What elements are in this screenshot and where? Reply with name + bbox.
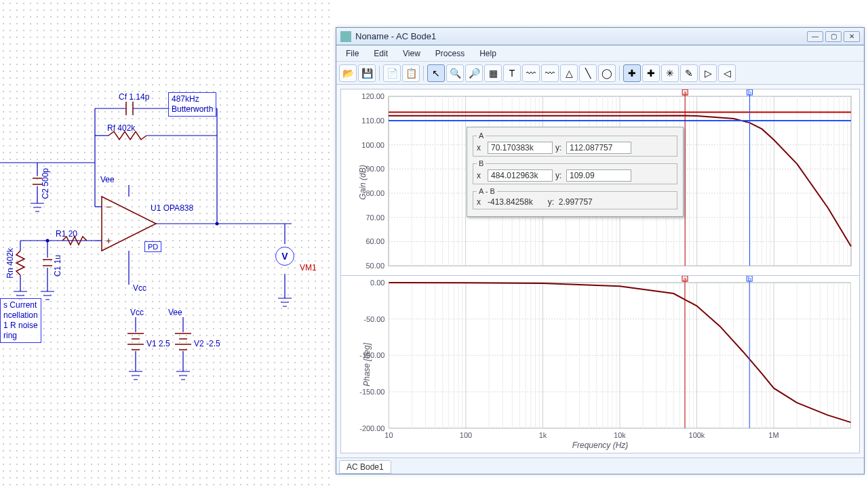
cursor-diff-y-label: y:	[548, 197, 556, 207]
line-icon[interactable]: ╲	[579, 64, 597, 82]
cursor-a-group: A x 70.170383k y: 112.087757	[473, 131, 677, 157]
open-icon[interactable]: 📂	[339, 64, 357, 82]
voltmeter-label: VM1	[300, 263, 317, 272]
svg-text:−: −	[106, 201, 111, 212]
cursor-b-group: B x 484.012963k y: 109.09	[473, 159, 677, 184]
cursor-b-x-value[interactable]: 484.012963k	[488, 169, 553, 182]
label-vee: Vee	[100, 175, 115, 184]
circle-icon[interactable]: ◯	[598, 64, 616, 82]
cursor-a-x-value[interactable]: 70.170383k	[488, 142, 553, 154]
titlebar[interactable]: Noname - AC Bode1 — ▢ ✕	[336, 28, 864, 45]
label-r1: R1 20	[56, 229, 77, 239]
svg-text:+: +	[106, 235, 111, 246]
cursor-a-x-label: x	[477, 143, 485, 152]
statusbar: AC Bode1	[336, 458, 864, 474]
cursor-b-y-label: y:	[555, 171, 564, 180]
curve1-icon[interactable]: 〰	[522, 64, 540, 82]
tab-ac-bode[interactable]: AC Bode1	[339, 460, 391, 474]
maximize-button[interactable]: ▢	[825, 31, 842, 42]
text-icon[interactable]: T	[503, 64, 521, 82]
app-icon	[340, 31, 351, 42]
svg-text:80.00: 80.00	[366, 189, 384, 197]
eyedrop-icon[interactable]: ✎	[680, 64, 698, 82]
cursor-diff-legend: A - B	[477, 187, 497, 195]
voltmeter-icon: V	[275, 247, 294, 266]
svg-text:60.00: 60.00	[366, 237, 384, 245]
svg-text:0.00: 0.00	[370, 279, 384, 287]
note-bias: s Current ncellation 1 R noise ring	[0, 298, 41, 343]
bode-window: Noname - AC Bode1 — ▢ ✕ File Edit View P…	[336, 27, 865, 474]
cursor-b-y-value[interactable]: 109.09	[566, 169, 631, 182]
phase-plot[interactable]: Phase [deg] Frequency (Hz) -200.00-150.0…	[341, 275, 859, 453]
svg-text:-100.00: -100.00	[359, 352, 384, 360]
label-c2: C2 500p	[41, 168, 50, 199]
svg-text:-200.00: -200.00	[359, 424, 384, 432]
label-cf: Cf 1.14p	[119, 92, 149, 102]
window-title: Noname - AC Bode1	[355, 31, 803, 41]
menu-help[interactable]: Help	[473, 47, 503, 60]
svg-text:120.00: 120.00	[361, 92, 384, 100]
curve2-icon[interactable]: 〰	[541, 64, 559, 82]
svg-text:90.00: 90.00	[366, 165, 384, 173]
svg-text:50.00: 50.00	[366, 262, 384, 270]
svg-text:10: 10	[384, 431, 393, 439]
cursor-a-y-value[interactable]: 112.087757	[566, 142, 631, 154]
next-icon[interactable]: ▷	[699, 64, 717, 82]
label-vee-sup: Vee	[168, 308, 182, 317]
peak-icon[interactable]: △	[560, 64, 578, 82]
note-filter-line2: Butterworth	[172, 104, 213, 115]
svg-text:10k: 10k	[614, 431, 626, 439]
svg-text:-150.00: -150.00	[359, 388, 384, 396]
minimize-button[interactable]: —	[807, 31, 823, 42]
cursor-diff-group: A - B x -413.84258k y: 2.997757	[473, 187, 677, 209]
label-vcc-sup: Vcc	[130, 308, 144, 317]
svg-text:1M: 1M	[768, 431, 778, 439]
sparkle-icon[interactable]: ✳	[661, 64, 679, 82]
cursor-b-icon[interactable]: ✚	[642, 64, 660, 82]
svg-text:70.00: 70.00	[366, 214, 384, 222]
close-button[interactable]: ✕	[844, 31, 860, 42]
zoom-out-icon[interactable]: 🔎	[465, 64, 483, 82]
cursor-readout-panel[interactable]: A x 70.170383k y: 112.087757 B x 484.012…	[467, 127, 684, 217]
label-rf: Rf 402k	[107, 123, 135, 133]
toolbar: 📂💾📄📋↖🔍🔎▦T〰〰△╲◯✚✚✳✎▷◁	[336, 62, 864, 85]
menu-view[interactable]: View	[396, 47, 427, 60]
plot-area[interactable]: Gain (dB) 50.0060.0070.0080.0090.00100.0…	[340, 89, 860, 453]
menu-edit[interactable]: Edit	[367, 47, 395, 60]
svg-text:1k: 1k	[539, 431, 547, 439]
svg-text:100k: 100k	[689, 431, 705, 439]
svg-text:110.00: 110.00	[361, 117, 384, 125]
save-icon[interactable]: 💾	[358, 64, 376, 82]
pd-pin-label: PD	[144, 241, 161, 252]
cursor-a-y-label: y:	[555, 143, 564, 152]
label-v2: V2 -2.5	[194, 339, 220, 348]
cursor-b-x-label: x	[477, 171, 485, 180]
cursor-diff-y-value: 2.997757	[559, 197, 593, 207]
zoom-in-icon[interactable]: 🔍	[446, 64, 464, 82]
prev-icon[interactable]: ◁	[718, 64, 736, 82]
cursor-b-legend: B	[477, 159, 486, 167]
schematic-svg: − +	[0, 0, 332, 488]
cursor-a-icon[interactable]: ✚	[623, 64, 641, 82]
label-v1: V1 2.5	[146, 339, 170, 348]
svg-text:100.00: 100.00	[361, 141, 384, 149]
note-filter: 487kHz Butterworth	[168, 92, 216, 117]
svg-text:100: 100	[460, 431, 472, 439]
svg-text:b: b	[748, 89, 751, 96]
cursor-a-legend: A	[477, 131, 486, 140]
pointer-icon[interactable]: ↖	[427, 64, 445, 82]
paste-icon[interactable]: 📋	[402, 64, 420, 82]
svg-text:b: b	[748, 276, 751, 283]
svg-text:a: a	[684, 276, 687, 283]
svg-text:a: a	[684, 89, 687, 96]
grid-icon[interactable]: ▦	[484, 64, 502, 82]
menu-process[interactable]: Process	[429, 47, 471, 60]
svg-text:-50.00: -50.00	[363, 315, 384, 323]
label-rn: Rn 402k	[5, 248, 15, 279]
note-filter-line1: 487kHz	[172, 94, 213, 104]
svg-point-19	[216, 222, 219, 226]
copy-icon[interactable]: 📄	[383, 64, 401, 82]
cursor-diff-x-label: x	[477, 197, 485, 207]
schematic-canvas[interactable]: − +	[0, 0, 332, 488]
menu-file[interactable]: File	[339, 47, 366, 60]
